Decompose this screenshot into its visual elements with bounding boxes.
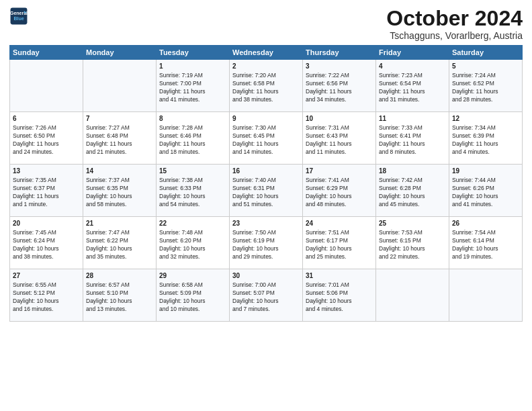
cell-text: and 22 minutes. xyxy=(379,253,446,261)
cell-text: Sunrise: 7:23 AM xyxy=(379,72,446,80)
week-row-3: 13Sunrise: 7:35 AMSunset: 6:37 PMDayligh… xyxy=(10,165,523,217)
cell-text: Sunrise: 7:48 AM xyxy=(159,229,226,237)
calendar-cell: 20Sunrise: 7:45 AMSunset: 6:24 PMDayligh… xyxy=(10,217,83,269)
day-number: 23 xyxy=(232,219,300,228)
day-number: 2 xyxy=(232,62,300,71)
cell-text: and 8 minutes. xyxy=(379,148,446,156)
cell-text: Sunset: 7:00 PM xyxy=(159,80,226,88)
calendar-cell: 1Sunrise: 7:19 AMSunset: 7:00 PMDaylight… xyxy=(157,60,230,112)
cell-text: and 54 minutes. xyxy=(159,201,226,209)
cell-text: and 31 minutes. xyxy=(379,96,446,104)
calendar-page: General Blue October 2024 Tschagguns, Vo… xyxy=(0,0,532,411)
cell-text: Daylight: 10 hours xyxy=(306,193,373,201)
cell-text: and 38 minutes. xyxy=(232,96,300,104)
col-friday: Friday xyxy=(376,46,449,60)
cell-text: Daylight: 10 hours xyxy=(232,245,300,253)
cell-text: Sunset: 6:41 PM xyxy=(379,132,446,140)
day-number: 18 xyxy=(379,167,446,176)
cell-text: Sunrise: 7:47 AM xyxy=(86,229,153,237)
calendar-cell: 18Sunrise: 7:42 AMSunset: 6:28 PMDayligh… xyxy=(376,165,449,217)
day-number: 19 xyxy=(452,167,519,176)
day-number: 16 xyxy=(232,167,300,176)
calendar-cell: 24Sunrise: 7:51 AMSunset: 6:17 PMDayligh… xyxy=(303,217,376,269)
cell-text: and 19 minutes. xyxy=(452,253,519,261)
cell-text: Sunset: 6:52 PM xyxy=(452,80,519,88)
cell-text: Daylight: 11 hours xyxy=(86,140,153,148)
cell-text: and 25 minutes. xyxy=(306,253,373,261)
header-row: Sunday Monday Tuesday Wednesday Thursday… xyxy=(10,46,523,60)
cell-text: and 1 minute. xyxy=(13,201,80,209)
calendar-cell xyxy=(10,60,83,112)
week-row-1: 1Sunrise: 7:19 AMSunset: 7:00 PMDaylight… xyxy=(10,60,523,112)
day-number: 25 xyxy=(379,219,446,228)
calendar-cell: 10Sunrise: 7:31 AMSunset: 6:43 PMDayligh… xyxy=(303,112,376,165)
cell-text: Daylight: 11 hours xyxy=(452,140,519,148)
cell-text: Sunset: 6:39 PM xyxy=(452,132,519,140)
calendar-cell xyxy=(376,269,449,322)
cell-text: Sunset: 6:15 PM xyxy=(379,237,446,245)
day-number: 7 xyxy=(86,114,153,124)
day-number: 21 xyxy=(86,219,153,228)
cell-text: and 16 minutes. xyxy=(13,306,80,314)
cell-text: Sunset: 5:07 PM xyxy=(232,289,300,298)
calendar-cell: 16Sunrise: 7:40 AMSunset: 6:31 PMDayligh… xyxy=(230,165,303,217)
cell-text: Daylight: 10 hours xyxy=(159,298,226,306)
calendar-cell: 23Sunrise: 7:50 AMSunset: 6:19 PMDayligh… xyxy=(230,217,303,269)
cell-text: Sunrise: 7:28 AM xyxy=(159,124,226,132)
cell-text: Sunset: 6:22 PM xyxy=(86,237,153,245)
week-row-2: 6Sunrise: 7:26 AMSunset: 6:50 PMDaylight… xyxy=(10,112,523,165)
cell-text: and 24 minutes. xyxy=(13,148,80,156)
day-number: 22 xyxy=(159,219,226,228)
calendar-cell: 12Sunrise: 7:34 AMSunset: 6:39 PMDayligh… xyxy=(449,112,523,165)
calendar-cell: 3Sunrise: 7:22 AMSunset: 6:56 PMDaylight… xyxy=(303,60,376,112)
col-sunday: Sunday xyxy=(10,46,83,60)
cell-text: Sunset: 6:35 PM xyxy=(86,185,153,193)
cell-text: and 29 minutes. xyxy=(232,253,300,261)
logo-icon: General Blue xyxy=(9,7,28,26)
cell-text: Daylight: 10 hours xyxy=(452,245,519,253)
cell-text: Daylight: 11 hours xyxy=(159,140,226,148)
cell-text: Sunset: 6:45 PM xyxy=(232,132,300,140)
cell-text: Sunset: 6:29 PM xyxy=(306,185,373,193)
cell-text: Sunset: 5:06 PM xyxy=(306,289,373,298)
cell-text: Daylight: 10 hours xyxy=(86,245,153,253)
cell-text: Daylight: 11 hours xyxy=(13,193,80,201)
calendar-table: Sunday Monday Tuesday Wednesday Thursday… xyxy=(9,45,523,322)
cell-text: Sunset: 5:10 PM xyxy=(86,289,153,298)
cell-text: Daylight: 10 hours xyxy=(306,298,373,306)
cell-text: Sunset: 6:58 PM xyxy=(232,80,300,88)
month-title: October 2024 xyxy=(386,7,523,30)
day-number: 30 xyxy=(232,271,300,281)
cell-text: Sunset: 6:24 PM xyxy=(13,237,80,245)
cell-text: Sunset: 6:46 PM xyxy=(159,132,226,140)
calendar-cell xyxy=(83,60,157,112)
day-number: 26 xyxy=(452,219,519,228)
cell-text: Sunrise: 7:51 AM xyxy=(306,229,373,237)
calendar-cell: 17Sunrise: 7:41 AMSunset: 6:29 PMDayligh… xyxy=(303,165,376,217)
calendar-cell: 7Sunrise: 7:27 AMSunset: 6:48 PMDaylight… xyxy=(83,112,157,165)
calendar-cell xyxy=(449,269,523,322)
cell-text: and 21 minutes. xyxy=(86,148,153,156)
cell-text: and 10 minutes. xyxy=(159,306,226,314)
cell-text: Sunrise: 7:42 AM xyxy=(379,177,446,185)
cell-text: and 58 minutes. xyxy=(86,201,153,209)
week-row-4: 20Sunrise: 7:45 AMSunset: 6:24 PMDayligh… xyxy=(10,217,523,269)
svg-text:Blue: Blue xyxy=(13,16,24,21)
calendar-cell: 13Sunrise: 7:35 AMSunset: 6:37 PMDayligh… xyxy=(10,165,83,217)
cell-text: Daylight: 10 hours xyxy=(232,193,300,201)
cell-text: Daylight: 10 hours xyxy=(86,298,153,306)
cell-text: and 11 minutes. xyxy=(306,148,373,156)
col-wednesday: Wednesday xyxy=(230,46,303,60)
cell-text: Daylight: 10 hours xyxy=(306,245,373,253)
cell-text: Daylight: 11 hours xyxy=(13,140,80,148)
calendar-cell: 27Sunrise: 6:55 AMSunset: 5:12 PMDayligh… xyxy=(10,269,83,322)
cell-text: and 45 minutes. xyxy=(379,201,446,209)
calendar-cell: 15Sunrise: 7:38 AMSunset: 6:33 PMDayligh… xyxy=(157,165,230,217)
cell-text: and 13 minutes. xyxy=(86,306,153,314)
cell-text: Sunrise: 7:54 AM xyxy=(452,229,519,237)
day-number: 31 xyxy=(306,271,373,281)
cell-text: and 38 minutes. xyxy=(13,253,80,261)
cell-text: Sunrise: 7:34 AM xyxy=(452,124,519,132)
day-number: 28 xyxy=(86,271,153,281)
cell-text: Sunrise: 7:01 AM xyxy=(306,281,373,289)
